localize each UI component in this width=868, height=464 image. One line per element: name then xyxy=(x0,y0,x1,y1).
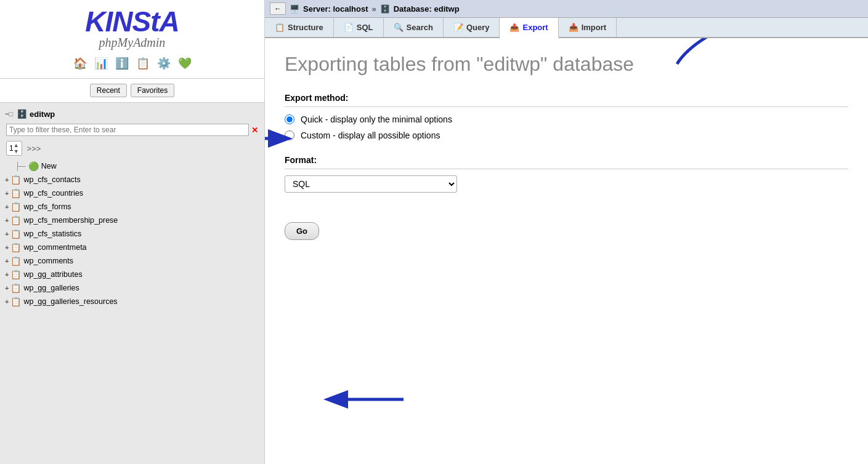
green-icon[interactable]: 💚 xyxy=(176,55,193,72)
search-icon: 🔍 xyxy=(394,23,404,32)
new-table-item[interactable]: ├─ 🟢 New xyxy=(0,159,264,173)
go-button[interactable]: Go xyxy=(285,222,319,240)
info-icon[interactable]: ℹ️ xyxy=(113,55,131,72)
list-item[interactable]: + 📋 wp_gg_galleries_resources xyxy=(0,295,264,308)
format-select[interactable]: SQL CSV XML JSON LaTeX Open Document Spr… xyxy=(285,175,457,193)
page-number: 1 ▲▼ xyxy=(6,141,22,156)
pagination-row: 1 ▲▼ >>> xyxy=(0,138,264,159)
structure-icon: 📋 xyxy=(275,23,285,32)
table-icon: 📋 xyxy=(10,283,21,293)
export-method-label: Export method: xyxy=(285,93,848,107)
expand-icon[interactable]: + xyxy=(5,230,9,238)
export-icon: 📤 xyxy=(509,23,519,32)
topbar: ← 🖥️ Server: localhost » 🗄️ Database: ed… xyxy=(265,0,868,18)
breadcrumb-server[interactable]: Server: localhost xyxy=(303,4,368,14)
logo-area: KINStA phpMyAdmin 🏠 📊 ℹ️ 📋 ⚙️ 💚 xyxy=(0,0,264,79)
tab-structure[interactable]: 📋 Structure xyxy=(265,18,334,37)
table-name: wp_gg_galleries_resources xyxy=(23,297,117,306)
table-icon: 📋 xyxy=(10,242,21,252)
settings-icon[interactable]: ⚙️ xyxy=(155,55,172,72)
tab-sql[interactable]: 📄 SQL xyxy=(334,18,384,37)
custom-option[interactable]: Custom - display all possible options xyxy=(285,130,848,140)
collapse-button[interactable]: −□ xyxy=(5,110,13,118)
recent-button[interactable]: Recent xyxy=(90,84,127,97)
logo-kinsta: KINStA xyxy=(6,7,258,36)
list-item[interactable]: + 📋 wp_cfs_contacts xyxy=(0,173,264,186)
sql-icon: 📄 xyxy=(344,23,354,32)
export-method-options: Quick - display only the minimal options… xyxy=(285,114,848,140)
nav-arrows[interactable]: >>> xyxy=(27,144,41,153)
db-name-label[interactable]: editwp xyxy=(30,110,55,119)
back-button[interactable]: ← xyxy=(270,2,286,15)
table-name: wp_cfs_contacts xyxy=(23,175,80,184)
tab-sql-label: SQL xyxy=(357,23,373,32)
tab-query[interactable]: 📝 Query xyxy=(444,18,500,37)
list-item[interactable]: + 📋 wp_gg_attributes xyxy=(0,268,264,281)
expand-icon[interactable]: + xyxy=(5,244,9,251)
content-area: Exporting tables from "editwp" database … xyxy=(265,38,868,464)
tab-export[interactable]: 📤 Export xyxy=(500,18,558,38)
breadcrumb-db[interactable]: Database: editwp xyxy=(394,4,460,14)
logo-phpmyadmin: phpMyAdmin xyxy=(6,36,258,50)
expand-icon[interactable]: + xyxy=(5,203,9,210)
list-item[interactable]: + 📋 wp_cfs_membership_prese xyxy=(0,214,264,227)
stats-icon[interactable]: 📊 xyxy=(92,55,110,72)
table-icon: 📋 xyxy=(10,229,21,239)
tab-export-label: Export xyxy=(522,23,548,32)
query-icon: 📝 xyxy=(453,23,463,32)
favorites-button[interactable]: Favorites xyxy=(131,84,174,97)
export-method-section: Export method: Quick - display only the … xyxy=(285,93,848,140)
main-panel: ← 🖥️ Server: localhost » 🗄️ Database: ed… xyxy=(265,0,868,464)
expand-icon[interactable]: + xyxy=(5,284,9,292)
breadcrumb-sep: » xyxy=(372,4,376,14)
table-name: wp_cfs_forms xyxy=(23,202,71,211)
import-icon: 📥 xyxy=(569,23,578,32)
table-name: wp_cfs_statistics xyxy=(23,230,81,238)
filter-input[interactable] xyxy=(6,124,249,136)
expand-icon[interactable]: + xyxy=(5,271,9,278)
db-tree: −□ 🗄️ editwp ✕ 1 ▲▼ >>> ├─ 🟢 New + xyxy=(0,103,264,464)
quick-option[interactable]: Quick - display only the minimal options xyxy=(285,114,848,124)
expand-icon[interactable]: + xyxy=(5,298,9,305)
clear-filter-icon[interactable]: ✕ xyxy=(251,126,258,135)
tab-search[interactable]: 🔍 Search xyxy=(384,18,444,37)
list-item[interactable]: + 📋 wp_comments xyxy=(0,254,264,268)
list-item[interactable]: + 📋 wp_cfs_statistics xyxy=(0,227,264,241)
custom-label: Custom - display all possible options xyxy=(301,130,440,140)
expand-icon[interactable]: + xyxy=(5,217,9,224)
tabs-bar: 📋 Structure 📄 SQL 🔍 Search 📝 Query 📤 Exp… xyxy=(265,18,868,38)
list-item[interactable]: + 📋 wp_cfs_countries xyxy=(0,186,264,200)
tab-import-label: Import xyxy=(582,23,606,32)
table-name: wp_cfs_membership_prese xyxy=(23,216,118,225)
table-icon: 📋 xyxy=(10,215,21,225)
logo-icons: 🏠 📊 ℹ️ 📋 ⚙️ 💚 xyxy=(6,55,258,72)
tab-import[interactable]: 📥 Import xyxy=(559,18,617,37)
custom-radio[interactable] xyxy=(285,130,294,140)
expand-icon[interactable]: + xyxy=(5,257,9,265)
expand-icon[interactable]: + xyxy=(5,190,9,197)
format-section: Format: SQL CSV XML JSON LaTeX Open Docu… xyxy=(285,155,848,193)
db-header: −□ 🗄️ editwp xyxy=(0,106,264,121)
table-icon: 📋 xyxy=(10,297,21,306)
quick-label: Quick - display only the minimal options xyxy=(301,114,452,124)
recent-favorites-bar: Recent Favorites xyxy=(0,79,264,103)
table-name: wp_comments xyxy=(23,257,73,265)
tab-structure-label: Structure xyxy=(288,23,323,32)
list-item[interactable]: + 📋 wp_commentmeta xyxy=(0,241,264,254)
expand-icon[interactable]: + xyxy=(5,176,9,183)
page-title: Exporting tables from "editwp" database xyxy=(285,53,848,76)
sidebar: KINStA phpMyAdmin 🏠 📊 ℹ️ 📋 ⚙️ 💚 Recent F… xyxy=(0,0,265,464)
page-stepper[interactable]: ▲▼ xyxy=(14,142,19,154)
quick-radio[interactable] xyxy=(285,114,294,124)
filter-row: ✕ xyxy=(0,121,264,138)
list-item[interactable]: + 📋 wp_cfs_forms xyxy=(0,200,264,214)
table-icon: 📋 xyxy=(10,270,21,279)
new-table-icon: 🟢 xyxy=(28,161,39,171)
format-label: Format: xyxy=(285,155,848,169)
list-item[interactable]: + 📋 wp_gg_galleries xyxy=(0,281,264,295)
new-item-label: New xyxy=(41,162,57,170)
server-icon: 🖥️ xyxy=(290,4,299,14)
home-icon[interactable]: 🏠 xyxy=(71,55,89,72)
copy-icon[interactable]: 📋 xyxy=(134,55,152,72)
tab-query-label: Query xyxy=(466,23,490,32)
